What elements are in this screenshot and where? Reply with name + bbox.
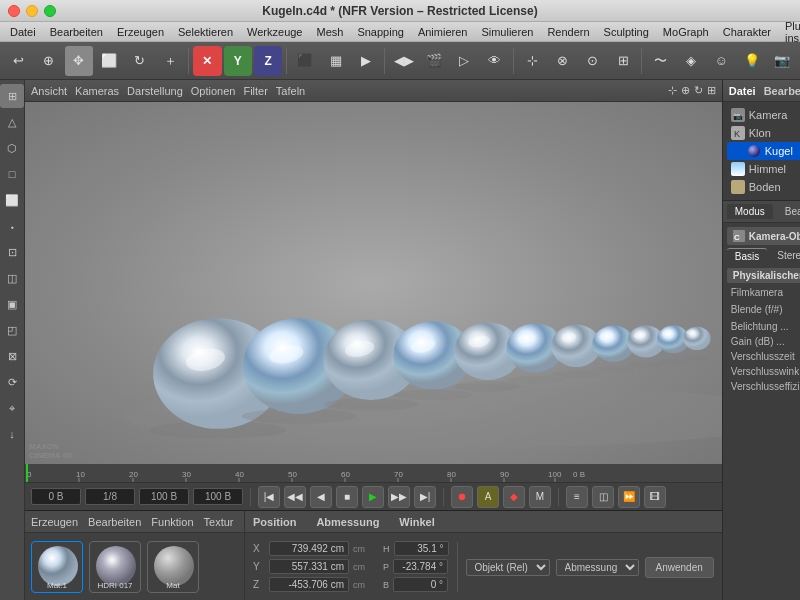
frame-field2[interactable]: 100 B bbox=[193, 488, 243, 505]
maximize-button[interactable] bbox=[44, 5, 56, 17]
mat-erzeugen[interactable]: Erzeugen bbox=[31, 516, 78, 528]
goto-start-button[interactable]: |◀ bbox=[258, 486, 280, 508]
live-select-button[interactable]: ⊕ bbox=[34, 46, 62, 76]
prev-frame-button[interactable]: ◀◀ bbox=[284, 486, 306, 508]
tool11-btn[interactable]: ⊠ bbox=[0, 344, 24, 368]
mat-funktion[interactable]: Funktion bbox=[151, 516, 193, 528]
arrow-down-tool-btn[interactable]: ↓ bbox=[0, 422, 24, 446]
record-button[interactable]: ⏺ bbox=[451, 486, 473, 508]
menu-erzeugen[interactable]: Erzeugen bbox=[111, 24, 170, 40]
morph-button[interactable]: 〜 bbox=[646, 46, 674, 76]
render-region-button[interactable]: ▦ bbox=[322, 46, 350, 76]
timeline-ruler[interactable]: 0 10 20 30 40 50 60 70 80 90 1 bbox=[25, 464, 722, 482]
mat-bearbeiten[interactable]: Bearbeiten bbox=[88, 516, 141, 528]
x-pos-input[interactable] bbox=[269, 541, 349, 556]
vp-ansicht[interactable]: Ansicht bbox=[31, 85, 67, 97]
scale-button[interactable]: ⬜ bbox=[95, 46, 123, 76]
tool12-btn[interactable]: ⟳ bbox=[0, 370, 24, 394]
playmaker-button[interactable]: ▷ bbox=[450, 46, 478, 76]
vp-tafeln[interactable]: Tafeln bbox=[276, 85, 305, 97]
rotate-button[interactable]: ↻ bbox=[126, 46, 154, 76]
texture-tool-btn[interactable]: ⬜ bbox=[0, 188, 24, 212]
tree-item-kamera[interactable]: 📷 Kamera bbox=[727, 106, 800, 124]
preview-btn[interactable]: ⏩ bbox=[618, 486, 640, 508]
prop-tab-stereo[interactable]: Stereoskopie bbox=[769, 248, 800, 264]
props-tab-bearb[interactable]: Bearb bbox=[777, 204, 800, 219]
mode-select-1[interactable]: Objekt (Rel) bbox=[466, 559, 550, 576]
add-button[interactable]: ＋ bbox=[156, 46, 184, 76]
motion-key-button[interactable]: M bbox=[529, 486, 551, 508]
frame-display2[interactable]: 1/8 bbox=[85, 488, 135, 505]
x-axis-button[interactable]: ✕ bbox=[193, 46, 221, 76]
play-button[interactable]: ▶ bbox=[362, 486, 384, 508]
snap3-button[interactable]: ⊙ bbox=[579, 46, 607, 76]
grid-snap-button[interactable]: ⊞ bbox=[609, 46, 637, 76]
prop-tab-basis[interactable]: Basis bbox=[727, 248, 767, 264]
tab-bearb[interactable]: Bearbei bbox=[764, 85, 800, 97]
vp-optionen[interactable]: Optionen bbox=[191, 85, 236, 97]
deform-button[interactable]: ◈ bbox=[677, 46, 705, 76]
auto-key-button[interactable]: A bbox=[477, 486, 499, 508]
menu-snapping[interactable]: Snapping bbox=[351, 24, 410, 40]
tool10-btn[interactable]: ◰ bbox=[0, 318, 24, 342]
vp-icon-grid[interactable]: ⊞ bbox=[707, 84, 716, 97]
y-pos-input[interactable] bbox=[269, 559, 349, 574]
z-pos-input[interactable] bbox=[269, 577, 349, 592]
timeline-btn[interactable]: ≡ bbox=[566, 486, 588, 508]
mat-textur[interactable]: Textur bbox=[204, 516, 234, 528]
traffic-lights[interactable] bbox=[8, 5, 56, 17]
minimize-button[interactable] bbox=[26, 5, 38, 17]
tree-item-boden[interactable]: Boden bbox=[727, 178, 800, 196]
tree-item-kugel[interactable]: Kugel bbox=[727, 142, 800, 160]
y-axis-button[interactable]: Y bbox=[224, 46, 252, 76]
character-button[interactable]: ☺ bbox=[707, 46, 735, 76]
tree-item-klon[interactable]: K Klon bbox=[727, 124, 800, 142]
frame-field1[interactable]: 100 B bbox=[139, 488, 189, 505]
frame-display[interactable]: 0 B bbox=[31, 488, 81, 505]
viewer-button[interactable]: 👁 bbox=[480, 46, 508, 76]
vp-icon-rotate[interactable]: ↻ bbox=[694, 84, 703, 97]
menu-charakter[interactable]: Charakter bbox=[717, 24, 777, 40]
vp-icon-zoom[interactable]: ⊕ bbox=[681, 84, 690, 97]
material-item-mat[interactable]: Mat bbox=[147, 541, 199, 593]
menu-selektieren[interactable]: Selektieren bbox=[172, 24, 239, 40]
render-playback-btn[interactable]: 🎞 bbox=[644, 486, 666, 508]
object-tool-btn[interactable]: □ bbox=[0, 162, 24, 186]
vp-darstellung[interactable]: Darstellung bbox=[127, 85, 183, 97]
vp-filter[interactable]: Filter bbox=[243, 85, 267, 97]
menu-rendern[interactable]: Rendern bbox=[541, 24, 595, 40]
render-active-button[interactable]: ◀▶ bbox=[389, 46, 417, 76]
cube-button[interactable]: ⬛ bbox=[291, 46, 319, 76]
tool13-btn[interactable]: ⌖ bbox=[0, 396, 24, 420]
menu-datei[interactable]: Datei bbox=[4, 24, 42, 40]
goto-end-button[interactable]: ▶| bbox=[414, 486, 436, 508]
p-val-input[interactable] bbox=[393, 559, 448, 574]
paint-tool-btn[interactable]: ⊡ bbox=[0, 240, 24, 264]
b-val-input[interactable] bbox=[393, 577, 448, 592]
menu-sculpting[interactable]: Sculpting bbox=[598, 24, 655, 40]
apply-button[interactable]: Anwenden bbox=[645, 557, 714, 578]
tree-item-himmel[interactable]: Himmel bbox=[727, 160, 800, 178]
menu-mograph[interactable]: MoGraph bbox=[657, 24, 715, 40]
key-button[interactable]: ◆ bbox=[503, 486, 525, 508]
vp-kameras[interactable]: Kameras bbox=[75, 85, 119, 97]
mode-select-2[interactable]: Abmessung bbox=[556, 559, 639, 576]
menu-animieren[interactable]: Animieren bbox=[412, 24, 474, 40]
brush-tool-btn[interactable]: ⬩ bbox=[0, 214, 24, 238]
menu-werkzeuge[interactable]: Werkzeuge bbox=[241, 24, 308, 40]
material-item-mat1[interactable]: Mat.1 bbox=[31, 541, 83, 593]
stop-button[interactable]: ■ bbox=[336, 486, 358, 508]
props-tab-modus[interactable]: Modus bbox=[727, 204, 773, 219]
model-tool-btn[interactable]: ⬡ bbox=[0, 136, 24, 160]
play-reverse-button[interactable]: ◀ bbox=[310, 486, 332, 508]
close-button[interactable] bbox=[8, 5, 20, 17]
select-tool-btn[interactable]: ⊞ bbox=[0, 84, 24, 108]
light-button[interactable]: 💡 bbox=[737, 46, 765, 76]
render-to-pic-button[interactable]: 🎬 bbox=[420, 46, 448, 76]
camera-button[interactable]: 📷 bbox=[768, 46, 796, 76]
menu-simulieren[interactable]: Simulieren bbox=[475, 24, 539, 40]
material-item-hdri[interactable]: HDRI 017 bbox=[89, 541, 141, 593]
move-button[interactable]: ✥ bbox=[65, 46, 93, 76]
undo-button[interactable]: ↩ bbox=[4, 46, 32, 76]
polygon-tool-btn[interactable]: △ bbox=[0, 110, 24, 134]
